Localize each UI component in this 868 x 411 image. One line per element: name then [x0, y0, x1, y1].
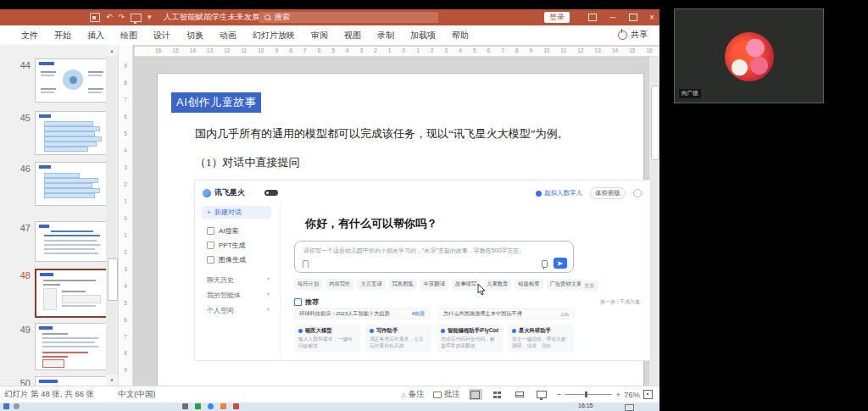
undo-icon[interactable]: ↶	[106, 14, 113, 21]
slide-sorter-button[interactable]	[491, 389, 504, 400]
scroll-down-icon[interactable]: ▼	[106, 375, 118, 386]
ruler-number: 5	[124, 131, 127, 137]
slide-number: 45	[7, 113, 31, 123]
slide-thumbnail-46[interactable]	[35, 162, 106, 206]
taskbar-window-icon[interactable]	[625, 404, 634, 411]
ribbon-tab[interactable]: 动画	[212, 27, 244, 44]
ribbon-tab[interactable]: 设计	[146, 27, 178, 44]
scrollbar-thumb[interactable]	[108, 258, 118, 301]
headline-tag: #热搜	[412, 310, 425, 318]
qat-dropdown-icon[interactable]: ▾	[147, 14, 152, 21]
ruler-number: 7	[124, 335, 127, 341]
slide-sorter-icon	[493, 392, 501, 398]
app-icon[interactable]	[208, 403, 214, 409]
spark-input-box: 请你写一个适合幼儿园中班的小朋友学习的，“友谊”主题的故事，字数在500字左右。	[294, 241, 574, 273]
slide-thumbnail-47[interactable]	[35, 221, 106, 262]
ribbon-tab[interactable]: 帮助	[444, 27, 476, 44]
ruler-number: 14	[612, 48, 618, 54]
ruler-number: 3	[124, 165, 127, 171]
slide-thumbnail-50[interactable]	[35, 376, 106, 386]
slide-thumbnail-44[interactable]	[35, 58, 106, 103]
slide-counter: 幻灯片 第 48 张, 共 66 张	[4, 389, 94, 400]
share-label: 共享	[631, 29, 648, 41]
sidebar-item-image: 图像生成	[207, 255, 246, 264]
scrollbar-thumb[interactable]	[651, 86, 659, 160]
ribbon-tab[interactable]: 绘图	[113, 27, 145, 44]
comments-button[interactable]: 批注	[433, 389, 460, 400]
thumbnail-scrollbar[interactable]: ▲ ▼	[106, 45, 118, 386]
robot-icon	[536, 191, 542, 197]
slide-thumbnail-48[interactable]	[35, 269, 106, 318]
zoom-out-button[interactable]: −	[557, 390, 562, 399]
slide-thumbnail-panel: 44 45	[0, 45, 106, 386]
minimize-button[interactable]: ─	[604, 9, 622, 25]
ribbon-display-button[interactable]	[583, 9, 602, 25]
ruler-number: 3	[445, 48, 448, 54]
notes-label: 备注	[409, 389, 425, 400]
ruler-number: 15	[629, 48, 635, 54]
app-icon[interactable]	[195, 403, 201, 409]
app-icon[interactable]	[220, 403, 226, 409]
slide-body-line2[interactable]: （1）对话中直接提问	[195, 155, 300, 170]
slide-canvas[interactable]: AI创作儿童故事 国内几乎所有的通用的模型都可以完成该任务，现以“讯飞星火大模型…	[157, 73, 644, 391]
spark-sidebar: + 新建对话 AI搜索 PPT生成 图像生	[195, 203, 281, 360]
ribbon-tab[interactable]: 开始	[47, 27, 79, 44]
ribbon-tab[interactable]: 切换	[179, 27, 211, 44]
participant-name: 向广德	[679, 89, 701, 98]
ruler-number: 6	[318, 48, 321, 54]
zoom-control: − + 76%	[557, 390, 653, 399]
search-label: 搜索	[275, 12, 290, 23]
comments-icon	[433, 392, 442, 398]
fit-to-window-icon[interactable]	[643, 390, 653, 399]
slideshow-view-button[interactable]	[535, 389, 548, 400]
ribbon-tab[interactable]: 幻灯片放映	[245, 27, 303, 44]
ruler-number: 11	[561, 48, 567, 54]
scroll-up-icon[interactable]: ▲	[106, 45, 118, 56]
maximize-button[interactable]	[624, 9, 643, 25]
card-title: 智能编程助手iFlyCode	[448, 327, 498, 335]
taskbar-clock[interactable]: 16:15	[578, 403, 593, 408]
ruler-number: 4	[459, 48, 462, 54]
share-button[interactable]: 共享	[618, 29, 648, 41]
slide-title-highlighted[interactable]: AI创作儿童故事	[171, 92, 261, 113]
ruler-number: 2	[124, 182, 127, 188]
zoom-slider[interactable]	[565, 394, 612, 395]
ribbon-tab[interactable]: 录制	[370, 27, 402, 44]
chips-more: 更多	[581, 280, 598, 292]
ribbon-tab[interactable]: 插入	[80, 27, 112, 44]
slide-body-line1[interactable]: 国内几乎所有的通用的模型都可以完成该任务，现以“讯飞星火大模型”为例。	[195, 126, 569, 142]
notes-button[interactable]: △ 备注	[401, 389, 424, 400]
close-button[interactable]: ×	[643, 9, 661, 25]
ribbon-tab[interactable]: 视图	[337, 27, 369, 44]
suggestion-chip: 文言互译	[357, 279, 385, 290]
reading-view-button[interactable]	[513, 389, 526, 400]
digital-human-label: 超拟人数字人	[544, 189, 582, 197]
zoom-slider-thumb[interactable]	[585, 392, 587, 397]
zoom-percentage[interactable]: 76%	[624, 390, 640, 399]
ribbon-tab[interactable]: 加载项	[403, 27, 443, 44]
app-icon[interactable]	[182, 403, 188, 409]
app-icon[interactable]	[233, 403, 239, 409]
video-participant-tile[interactable]: 向广德	[674, 8, 824, 103]
slide-thumbnail-45[interactable]	[35, 111, 106, 155]
save-icon[interactable]	[90, 13, 100, 22]
search-box[interactable]: 搜索	[259, 12, 438, 23]
recommend-header: 推荐	[294, 297, 319, 307]
login-button[interactable]: 登录	[544, 12, 570, 23]
redo-icon[interactable]: ↷	[119, 14, 125, 21]
slideshow-icon[interactable]	[131, 14, 142, 22]
normal-view-button[interactable]	[469, 389, 482, 400]
assistant-card: 智能编程助手iFlyCode 自动写代码补全代码，解放双手效率翻倍	[437, 324, 503, 353]
language-indicator[interactable]: 中文(中国)	[118, 389, 155, 400]
zoom-in-button[interactable]: +	[615, 390, 620, 399]
quick-access-toolbar: ↶ ↷ ▾	[90, 13, 152, 22]
slide-thumbnail-49[interactable]	[35, 323, 106, 370]
search-taskbar-icon[interactable]	[14, 403, 19, 409]
send-button	[554, 258, 567, 269]
ruler-number: 1	[124, 233, 127, 239]
ribbon-tab[interactable]: 文件	[14, 27, 46, 44]
ribbon-tab[interactable]: 审阅	[303, 27, 336, 44]
start-icon[interactable]	[3, 403, 9, 409]
chevron-down-icon: ▾	[267, 275, 270, 285]
status-right: △ 备注 批注 − + 76%	[401, 389, 653, 400]
